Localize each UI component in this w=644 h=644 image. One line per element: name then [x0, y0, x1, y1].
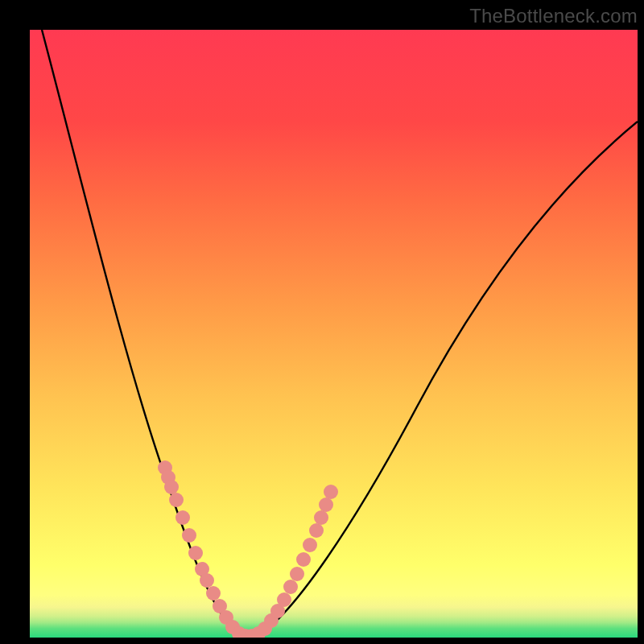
svg-point-26: [314, 510, 328, 525]
svg-point-2: [164, 480, 179, 494]
watermark-text: TheBottleneck.com: [469, 5, 638, 27]
chart-frame: TheBottleneck.com: [0, 0, 644, 644]
svg-point-21: [283, 580, 298, 594]
svg-point-6: [188, 546, 203, 560]
svg-point-3: [169, 493, 184, 507]
svg-point-27: [319, 497, 333, 512]
plot-area: [30, 30, 638, 638]
svg-point-9: [206, 586, 221, 601]
svg-point-23: [296, 552, 311, 567]
svg-point-25: [309, 523, 324, 538]
svg-point-5: [182, 528, 196, 543]
svg-point-22: [290, 567, 304, 581]
svg-point-20: [277, 592, 291, 607]
highlight-dots: [158, 460, 338, 638]
bottleneck-curve: [42, 30, 638, 638]
curve-layer: [30, 30, 638, 638]
svg-point-24: [303, 538, 317, 552]
svg-point-4: [175, 510, 190, 525]
svg-point-8: [200, 573, 214, 588]
svg-point-28: [324, 485, 338, 499]
